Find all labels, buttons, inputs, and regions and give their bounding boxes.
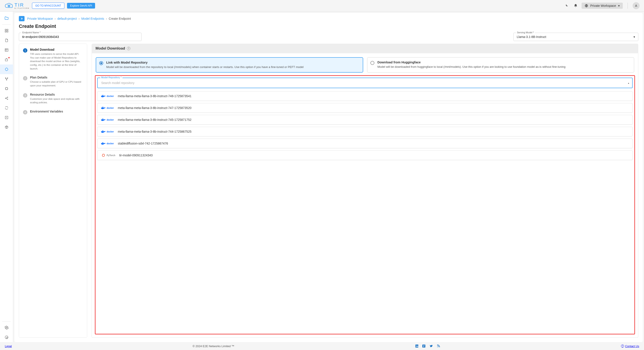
sidebar-deploy[interactable]	[0, 113, 13, 122]
step-model-download[interactable]: 1 Model Download TIR uses containers to …	[23, 48, 83, 70]
caret-up-icon[interactable]: ▴	[628, 82, 629, 84]
endpoint-name-input[interactable]	[19, 33, 142, 41]
repo-search-input[interactable]	[97, 78, 632, 88]
docker-icon: docker	[101, 141, 114, 145]
step-3-desc: Customize your disk space and replicas w…	[30, 97, 83, 104]
workspace-selector[interactable]: Private Workspace ▾	[582, 3, 623, 9]
svg-rect-11	[5, 59, 8, 61]
model-download-panel: Model Download ? Link with Model Reposit…	[92, 44, 638, 338]
breadcrumb-link-2[interactable]: Model Endpoints	[81, 17, 104, 20]
repo-name: tir-model-090911324343	[119, 153, 153, 157]
svg-point-57	[416, 345, 416, 345]
sidebar-file[interactable]	[0, 36, 13, 45]
linkedin-icon[interactable]	[415, 344, 418, 348]
pytorch-icon: PyTorch	[101, 153, 115, 157]
avatar[interactable]: A	[632, 2, 640, 9]
breadcrumb-link-0[interactable]: Private Workspace	[27, 17, 53, 20]
svg-rect-39	[102, 119, 103, 119]
refresh-icon	[4, 106, 8, 110]
option-download-hf[interactable]: Download from Huggingface Model will be …	[367, 57, 634, 73]
deploy-icon	[4, 116, 8, 119]
footer-legal[interactable]: Legal	[5, 344, 12, 348]
facebook-icon[interactable]	[422, 344, 426, 348]
sidebar-settings[interactable]	[0, 323, 13, 332]
svg-rect-28	[103, 95, 104, 96]
rss-icon[interactable]	[436, 344, 440, 348]
twitter-icon[interactable]	[429, 344, 433, 348]
svg-point-19	[7, 99, 8, 100]
help-icon[interactable]: ?	[127, 47, 130, 50]
panel-header: Model Download ?	[92, 44, 638, 53]
endpoint-name-field: Endpoint Name *	[19, 33, 142, 41]
footer-social	[415, 344, 440, 348]
repo-item[interactable]: dockerstablediffusion-sdxl-742-172586747…	[97, 139, 632, 148]
serving-model-value: Llama-3.1-8B-Instruct	[517, 35, 546, 39]
sidebar-container[interactable]	[0, 55, 13, 65]
logo-subtitle: AI PLATFORM	[14, 8, 29, 9]
option-link-repository[interactable]: Link with Model Repository Model will be…	[96, 57, 363, 73]
step-resource-details[interactable]: 3 Resource Details Customize your disk s…	[23, 93, 83, 104]
workspace-label: Private Workspace	[590, 4, 616, 8]
app-header: TIR AI PLATFORM GO TO MYACCOUNT Explore …	[0, 0, 644, 12]
svg-rect-52	[103, 142, 104, 143]
sidebar-chip[interactable]	[0, 84, 13, 93]
svg-point-18	[7, 97, 8, 98]
svg-point-21	[6, 327, 7, 328]
option-2-title: Download from Huggingface	[378, 61, 630, 64]
sidebar-endpoints[interactable]	[0, 65, 13, 74]
svg-rect-7	[7, 31, 8, 32]
box-arrow-icon	[4, 58, 8, 62]
sidebar-dashboard[interactable]	[0, 26, 13, 36]
svg-point-12	[5, 68, 8, 71]
repo-item[interactable]: dockermeta-llama-meta-llama-3-8b-instruc…	[97, 127, 632, 136]
sidebar-table[interactable]	[0, 45, 13, 55]
serving-model-field: Serving Model * Llama-3.1-8B-Instruct ▾	[514, 33, 638, 41]
serving-model-label: Serving Model *	[516, 31, 535, 34]
step-1-desc: TIR uses containers to serve the model A…	[30, 52, 83, 70]
explore-genai-button[interactable]: Explore GenAI API	[67, 3, 95, 9]
caret-down-icon: ▾	[618, 4, 620, 8]
sidebar-help[interactable]	[0, 332, 13, 342]
chip-icon	[4, 87, 8, 91]
bell-icon[interactable]	[574, 4, 578, 8]
globe-icon	[585, 4, 588, 8]
svg-point-13	[5, 78, 6, 78]
file-icon	[4, 38, 8, 42]
myaccount-button[interactable]: GO TO MYACCOUNT	[32, 3, 64, 9]
breadcrumb-toggle[interactable]	[19, 16, 24, 21]
radio-unselected-icon	[370, 61, 374, 65]
sidebar-share[interactable]	[0, 93, 13, 103]
sidebar-sync[interactable]	[0, 103, 13, 113]
grid-icon	[4, 29, 8, 33]
svg-rect-40	[103, 119, 104, 119]
share-icon	[4, 96, 8, 100]
step-env-variables[interactable]: 4 Environment Variables	[23, 110, 83, 114]
logo[interactable]: TIR AI PLATFORM	[4, 2, 29, 9]
breadcrumb-link-1[interactable]: default-project	[58, 17, 77, 20]
svg-rect-5	[7, 29, 8, 30]
chevrons-right-icon	[20, 17, 23, 20]
repo-item[interactable]: PyTorchtir-model-090911324343	[97, 150, 632, 160]
sidebar-pipelines[interactable]	[0, 74, 13, 84]
repo-search-label: Model Repository *	[100, 76, 122, 79]
repo-item[interactable]: dockermeta-llama-meta-llama-3-8b-instruc…	[97, 91, 632, 101]
flow-icon	[4, 77, 8, 81]
sidebar-folder[interactable]	[0, 13, 13, 23]
sidebar-cube[interactable]	[0, 122, 13, 132]
serving-model-select[interactable]: Llama-3.1-8B-Instruct ▾	[514, 33, 638, 41]
docker-icon: docker	[101, 130, 114, 133]
moon-icon[interactable]	[564, 4, 568, 8]
svg-rect-33	[102, 107, 103, 107]
repo-highlight-box: Model Repository * ▴ dockermeta-llama-me…	[95, 75, 635, 334]
footer-contact[interactable]: ? Contact Us	[621, 344, 639, 348]
repo-item[interactable]: dockermeta-llama-meta-llama-3-8b-instruc…	[97, 115, 632, 125]
radio-selected-icon	[99, 61, 103, 65]
svg-point-14	[7, 78, 8, 78]
svg-rect-51	[102, 142, 103, 143]
docker-icon: docker	[101, 106, 114, 110]
repo-item[interactable]: dockermeta-llama-meta-llama-3-8b-instruc…	[97, 103, 632, 113]
svg-rect-27	[102, 95, 103, 96]
step-3-title: Resource Details	[30, 93, 83, 96]
repo-search-field: Model Repository * ▴	[97, 78, 632, 88]
step-plan-details[interactable]: 2 Plan Details Choose a suitable plan of…	[23, 76, 83, 87]
